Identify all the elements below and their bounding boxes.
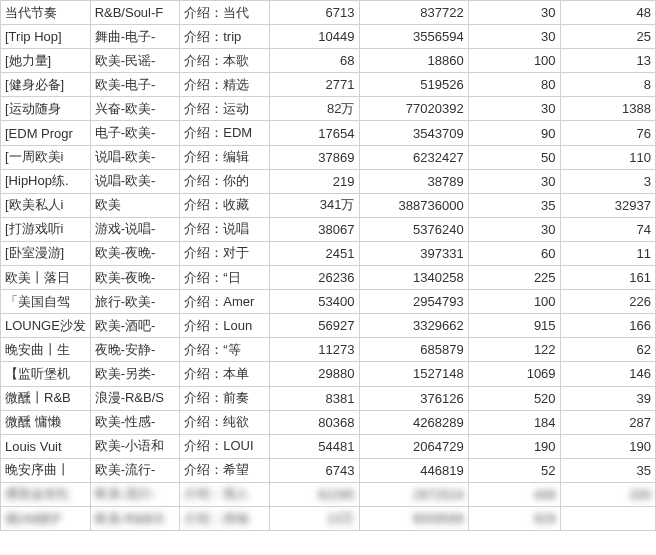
cell-c0[interactable]: 欧美丨落日 xyxy=(1,266,91,290)
cell-c2[interactable]: 介绍：纯欲 xyxy=(180,410,270,434)
cell-c1[interactable]: 欧美-R&B/S xyxy=(90,506,180,530)
cell-c5[interactable]: 50 xyxy=(468,145,560,169)
cell-c4[interactable]: 77020392 xyxy=(359,97,468,121)
cell-c1[interactable]: 欧美 xyxy=(90,193,180,217)
cell-c1[interactable]: 舞曲-电子- xyxy=(90,25,180,49)
cell-c3[interactable]: 341万 xyxy=(269,193,359,217)
cell-c0[interactable]: [她力量] xyxy=(1,49,91,73)
cell-c2[interactable]: 介绍：Amer xyxy=(180,290,270,314)
cell-c4[interactable]: 5376240 xyxy=(359,217,468,241)
cell-c6[interactable]: 25 xyxy=(560,25,655,49)
cell-c4[interactable]: 18860 xyxy=(359,49,468,73)
cell-c3[interactable]: 38067 xyxy=(269,217,359,241)
cell-c1[interactable]: 游戏-说唱- xyxy=(90,217,180,241)
cell-c4[interactable]: 2872524 xyxy=(359,482,468,506)
cell-c6[interactable] xyxy=(560,506,655,530)
cell-c5[interactable]: 100 xyxy=(468,290,560,314)
cell-c4[interactable]: 3556594 xyxy=(359,25,468,49)
cell-c3[interactable]: 29880 xyxy=(269,362,359,386)
cell-c0[interactable]: [一周欧美i xyxy=(1,145,91,169)
cell-c4[interactable]: 519526 xyxy=(359,73,468,97)
cell-c6[interactable]: 74 xyxy=(560,217,655,241)
cell-c3[interactable]: 219 xyxy=(269,169,359,193)
cell-c3[interactable]: 26236 xyxy=(269,266,359,290)
cell-c2[interactable]: 介绍：精选 xyxy=(180,73,270,97)
cell-c2[interactable]: 介绍：对于 xyxy=(180,241,270,265)
cell-c5[interactable]: 122 xyxy=(468,338,560,362)
cell-c0[interactable]: 很chill的F xyxy=(1,506,91,530)
cell-c6[interactable]: 110 xyxy=(560,145,655,169)
cell-c0[interactable]: 晚安序曲丨 xyxy=(1,458,91,482)
cell-c6[interactable]: 76 xyxy=(560,121,655,145)
cell-c1[interactable]: 欧美-另类- xyxy=(90,362,180,386)
cell-c0[interactable]: [打游戏听i xyxy=(1,217,91,241)
cell-c5[interactable]: 80 xyxy=(468,73,560,97)
cell-c0[interactable]: 【监听堡机 xyxy=(1,362,91,386)
cell-c1[interactable]: 浪漫-R&B/S xyxy=(90,386,180,410)
cell-c6[interactable]: 146 xyxy=(560,362,655,386)
cell-c1[interactable]: R&B/Soul-F xyxy=(90,1,180,25)
cell-c5[interactable]: 30 xyxy=(468,1,560,25)
cell-c2[interactable]: 介绍：trip xyxy=(180,25,270,49)
cell-c6[interactable]: 32937 xyxy=(560,193,655,217)
cell-c0[interactable]: [HipHop练. xyxy=(1,169,91,193)
cell-c0[interactable]: 微醺 慵懒 xyxy=(1,410,91,434)
cell-c5[interactable]: 30 xyxy=(468,217,560,241)
cell-c1[interactable]: 欧美-流行- xyxy=(90,482,180,506)
cell-c2[interactable]: 介绍：EDM xyxy=(180,121,270,145)
cell-c6[interactable]: 161 xyxy=(560,266,655,290)
cell-c0[interactable]: 微醺丨R&B xyxy=(1,386,91,410)
cell-c4[interactable]: 8009589 xyxy=(359,506,468,530)
cell-c5[interactable]: 60 xyxy=(468,241,560,265)
cell-c3[interactable]: 8381 xyxy=(269,386,359,410)
cell-c1[interactable]: 说唱-欧美- xyxy=(90,169,180,193)
cell-c4[interactable]: 376126 xyxy=(359,386,468,410)
cell-c5[interactable]: 520 xyxy=(468,386,560,410)
cell-c5[interactable]: 100 xyxy=(468,49,560,73)
cell-c6[interactable]: 1388 xyxy=(560,97,655,121)
cell-c1[interactable]: 电子-欧美- xyxy=(90,121,180,145)
cell-c1[interactable]: 夜晚-安静- xyxy=(90,338,180,362)
cell-c4[interactable]: 4268289 xyxy=(359,410,468,434)
cell-c5[interactable]: 90 xyxy=(468,121,560,145)
cell-c1[interactable]: 说唱-欧美- xyxy=(90,145,180,169)
cell-c5[interactable]: 184 xyxy=(468,410,560,434)
cell-c5[interactable]: 30 xyxy=(468,25,560,49)
cell-c2[interactable]: 介绍：LOUI xyxy=(180,434,270,458)
cell-c6[interactable]: 11 xyxy=(560,241,655,265)
cell-c0[interactable]: 当代节奏 xyxy=(1,1,91,25)
cell-c6[interactable]: 287 xyxy=(560,410,655,434)
cell-c4[interactable]: 1340258 xyxy=(359,266,468,290)
cell-c6[interactable]: 62 xyxy=(560,338,655,362)
cell-c3[interactable]: 53400 xyxy=(269,290,359,314)
cell-c4[interactable]: 837722 xyxy=(359,1,468,25)
cell-c0[interactable]: [卧室漫游] xyxy=(1,241,91,265)
cell-c5[interactable]: 52 xyxy=(468,458,560,482)
cell-c0[interactable]: [Trip Hop] xyxy=(1,25,91,49)
cell-c1[interactable]: 欧美-夜晚- xyxy=(90,266,180,290)
cell-c6[interactable]: 226 xyxy=(560,290,655,314)
cell-c2[interactable]: 介绍：前奏 xyxy=(180,386,270,410)
cell-c2[interactable]: 介绍：运动 xyxy=(180,97,270,121)
cell-c2[interactable]: 介绍：Loun xyxy=(180,314,270,338)
cell-c4[interactable]: 685879 xyxy=(359,338,468,362)
cell-c5[interactable]: 829 xyxy=(468,506,560,530)
cell-c4[interactable]: 1527148 xyxy=(359,362,468,386)
cell-c3[interactable]: 6743 xyxy=(269,458,359,482)
cell-c1[interactable]: 欧美-民谣- xyxy=(90,49,180,73)
cell-c4[interactable]: 6232427 xyxy=(359,145,468,169)
cell-c6[interactable]: 13 xyxy=(560,49,655,73)
cell-c3[interactable]: 68 xyxy=(269,49,359,73)
cell-c6[interactable]: 166 xyxy=(560,314,655,338)
cell-c2[interactable]: 介绍：当代 xyxy=(180,1,270,25)
cell-c3[interactable]: 13万 xyxy=(269,506,359,530)
cell-c0[interactable]: Louis Vuit xyxy=(1,434,91,458)
cell-c3[interactable]: 62285 xyxy=(269,482,359,506)
cell-c2[interactable]: 介绍：“日 xyxy=(180,266,270,290)
cell-c6[interactable]: 190 xyxy=(560,434,655,458)
cell-c2[interactable]: 介绍：希望 xyxy=(180,458,270,482)
cell-c4[interactable]: 397331 xyxy=(359,241,468,265)
cell-c1[interactable]: 旅行-欧美- xyxy=(90,290,180,314)
cell-c5[interactable]: 225 xyxy=(468,266,560,290)
cell-c2[interactable]: 介绍：本歌 xyxy=(180,49,270,73)
